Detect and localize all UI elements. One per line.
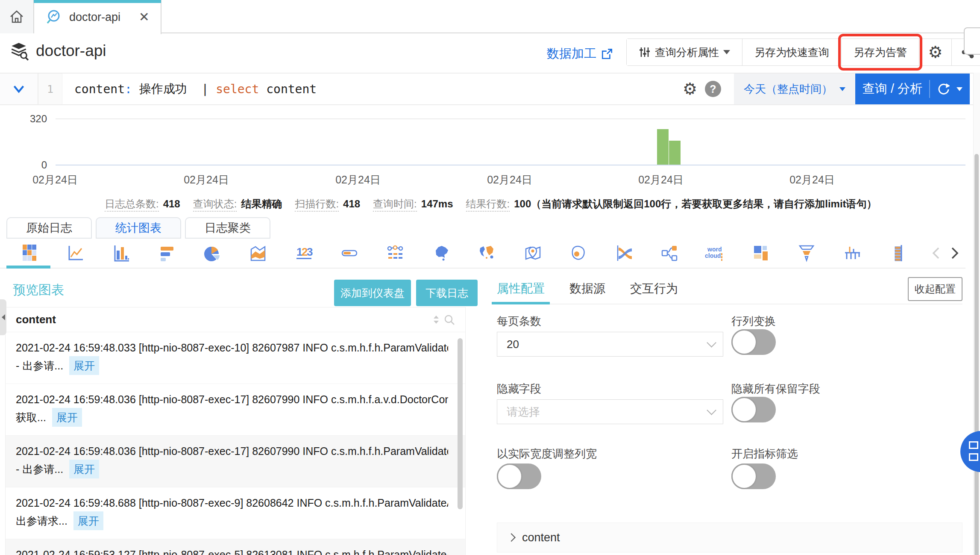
- tab-interaction[interactable]: 交互行为: [630, 274, 678, 304]
- page-size-label: 每页条数: [497, 314, 541, 329]
- corner-popup-artifact: [964, 27, 980, 55]
- refresh-icon: [937, 83, 950, 95]
- chart-type-bar-icon[interactable]: [98, 239, 144, 268]
- x-tick: 02月24日: [789, 173, 835, 187]
- hide-reserved-toggle[interactable]: [731, 397, 776, 422]
- query-field: content: [74, 82, 125, 96]
- tab-log-clustering[interactable]: 日志聚类: [185, 217, 270, 239]
- save-as-quick-query-button[interactable]: 另存为快速查询: [742, 39, 842, 65]
- log-histogram[interactable]: 320 0 02月24日 02月24日 02月24日 02月24日 02月24日…: [0, 105, 980, 192]
- browser-tabbar: doctor-api ✕: [0, 0, 980, 33]
- stat-label: 结果行数:: [466, 198, 510, 212]
- expand-link[interactable]: 展开: [69, 356, 99, 375]
- tab-raw-logs[interactable]: 原始日志: [6, 217, 92, 239]
- sort-icon[interactable]: [433, 315, 440, 325]
- stat-value: 结果精确: [241, 198, 282, 210]
- chart-type-china-map-icon[interactable]: [418, 239, 464, 268]
- page-scrollbar-thumb[interactable]: [974, 154, 979, 555]
- content-field-section[interactable]: content: [497, 523, 962, 552]
- chart-type-pie-icon[interactable]: [189, 239, 235, 268]
- chart-type-pin-map-icon[interactable]: [509, 239, 555, 268]
- chart-type-sankey-icon[interactable]: [646, 239, 692, 268]
- chart-type-line-icon[interactable]: [52, 239, 98, 268]
- chevron-right-icon: [947, 246, 961, 260]
- chart-type-flow-icon[interactable]: [601, 239, 646, 268]
- save-as-alert-button[interactable]: 另存为告警: [842, 39, 919, 65]
- query-bar-icons: ⚙ ?: [683, 74, 734, 104]
- chart-type-tower-icon[interactable]: [875, 239, 921, 268]
- query-collapse-button[interactable]: [0, 74, 38, 104]
- fit-width-toggle[interactable]: [497, 463, 541, 489]
- svg-text:cloud: cloud: [705, 252, 721, 259]
- chart-type-horizontal-bar-icon[interactable]: [144, 239, 189, 268]
- time-range-selector[interactable]: 今天（整点时间）: [734, 74, 855, 104]
- chevron-left-icon: [930, 246, 944, 260]
- transpose-label: 行列变换: [731, 314, 776, 329]
- tab-data-source[interactable]: 数据源: [569, 274, 605, 304]
- page-tab-doctor-api[interactable]: doctor-api ✕: [34, 0, 161, 34]
- collapse-left-icon: [2, 314, 5, 320]
- chart-config-panel: 属性配置 数据源 交互行为 收起配置 每页条数 20 行列变换 隐藏字段 请选择…: [497, 274, 962, 555]
- external-link-icon: [601, 47, 613, 60]
- query-value: 操作成功: [139, 81, 187, 97]
- expand-link[interactable]: 展开: [73, 511, 103, 530]
- search-analyze-button[interactable]: 查询 / 分析: [855, 74, 970, 104]
- settings-button[interactable]: ⚙: [919, 39, 952, 65]
- log-row: 2021-02-24 16:59:53.127 [http-nio-8087-e…: [6, 539, 465, 555]
- svg-text:word: word: [707, 246, 722, 253]
- log-row: 2021-02-24 16:59:48.036 [http-nio-8087-e…: [6, 384, 465, 436]
- query-analysis-attr-button[interactable]: 查询分析属性: [627, 39, 742, 65]
- floating-panel-button[interactable]: [960, 431, 980, 472]
- query-settings-icon[interactable]: ⚙: [683, 81, 697, 97]
- data-process-link[interactable]: 数据加工: [547, 45, 613, 62]
- metric-filter-toggle[interactable]: [731, 463, 776, 489]
- chart-type-table-icon[interactable]: [6, 239, 52, 268]
- tab-close-icon[interactable]: ✕: [139, 11, 150, 24]
- chart-type-topology-icon[interactable]: [372, 239, 418, 268]
- help-icon[interactable]: ?: [705, 81, 721, 97]
- log-search-icon: [45, 9, 62, 26]
- expand-link[interactable]: 展开: [52, 408, 82, 427]
- toolbar-scroll-right-button[interactable]: [945, 239, 962, 268]
- add-to-dashboard-button[interactable]: 添加到仪表盘: [334, 280, 411, 306]
- preview-chart-title: 预览图表: [13, 281, 64, 299]
- code-line-number: 1: [38, 74, 62, 104]
- x-tick: 02月24日: [184, 173, 229, 187]
- chart-type-funnel-icon[interactable]: [783, 239, 829, 268]
- caret-down-icon: [723, 50, 730, 54]
- page-header: doctor-api 数据加工 查询分析属性: [0, 34, 980, 73]
- table-header-row: content: [6, 307, 465, 332]
- chart-type-area-icon[interactable]: [235, 239, 281, 268]
- download-logs-button[interactable]: 下载日志: [416, 280, 478, 306]
- histogram-bar[interactable]: [669, 141, 681, 165]
- table-scrollbar[interactable]: [458, 338, 463, 509]
- chart-type-word-cloud-icon[interactable]: word cloud: [692, 239, 738, 268]
- query-stats-bar: 日志总条数:418 查询状态:结果精确 扫描行数:418 查询时间:147ms …: [105, 193, 890, 215]
- histogram-bar[interactable]: [657, 129, 669, 165]
- chart-type-world-map-icon[interactable]: [464, 239, 509, 268]
- chart-type-progress-icon[interactable]: [326, 239, 372, 268]
- transpose-toggle[interactable]: [731, 329, 776, 355]
- chart-type-treemap-icon[interactable]: [738, 239, 783, 268]
- hide-fields-select[interactable]: 请选择: [497, 399, 723, 424]
- page-title: doctor-api: [36, 42, 106, 60]
- header-button-group: 查询分析属性 另存为快速查询 另存为告警 ⚙: [626, 38, 980, 66]
- left-panel-collapse-handle[interactable]: [0, 299, 6, 335]
- expand-link[interactable]: 展开: [69, 460, 99, 478]
- tab-statistics-chart[interactable]: 统计图表: [96, 217, 181, 239]
- y-tick-0: 0: [13, 159, 47, 171]
- chart-type-single-value-icon[interactable]: 1 2 3: [281, 239, 326, 268]
- stat-value: 147ms: [421, 198, 453, 210]
- page-scrollbar-track[interactable]: [973, 73, 980, 555]
- chart-type-geo-bubble-icon[interactable]: [555, 239, 601, 268]
- collapse-config-button[interactable]: 收起配置: [908, 277, 962, 301]
- column-search-icon[interactable]: [444, 314, 455, 325]
- chart-type-distribution-icon[interactable]: [829, 239, 875, 268]
- query-code-editor[interactable]: content: 操作成功 | select content: [62, 74, 683, 104]
- home-icon: [8, 8, 25, 25]
- page-size-select[interactable]: 20: [497, 332, 723, 357]
- home-tab[interactable]: [0, 0, 34, 33]
- toolbar-scroll-left-button[interactable]: [928, 239, 945, 268]
- tab-attribute-config[interactable]: 属性配置: [497, 274, 545, 304]
- stat-label: 扫描行数:: [295, 198, 339, 212]
